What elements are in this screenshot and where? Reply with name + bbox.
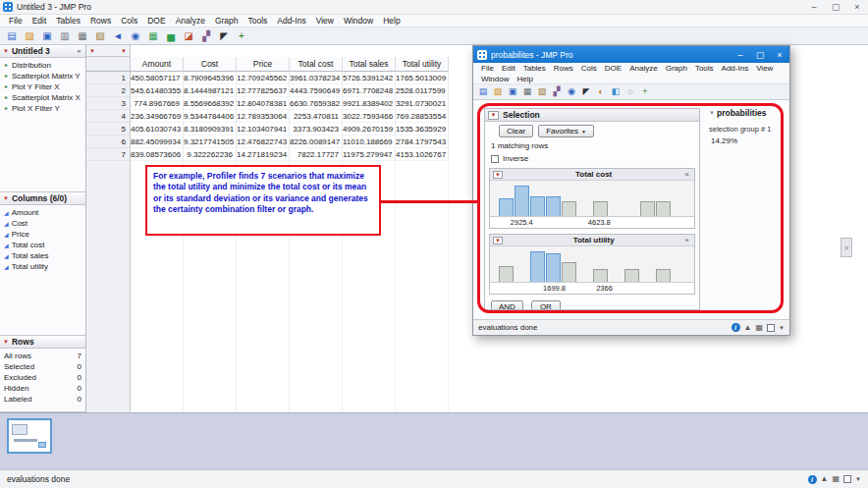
row-number-header[interactable] (86, 57, 131, 72)
cell-price[interactable]: 12.777825637 (237, 84, 290, 97)
cell-cost[interactable]: 8.7909645396 (184, 72, 237, 84)
histogram-bin[interactable] (608, 184, 624, 216)
add-icon[interactable]: + (639, 86, 651, 98)
minimize-icon[interactable]: – (803, 0, 825, 14)
profiler-icon[interactable]: ◪ (182, 29, 195, 43)
probabilities-window[interactable]: probabilites - JMP Pro – ▢ × FileEditTab… (472, 45, 790, 336)
menu-item[interactable]: View (311, 16, 339, 26)
cell-amount[interactable]: 774.8967669 (131, 97, 184, 110)
inverse-checkbox[interactable] (491, 155, 499, 163)
column-item[interactable]: ◢ Total sales (0, 250, 85, 261)
menu-item[interactable]: Help (513, 75, 536, 83)
row-stat[interactable]: Hidden 0 (0, 383, 85, 394)
row-number[interactable]: 4 (86, 110, 131, 123)
new-table-icon[interactable]: ▤ (5, 29, 19, 43)
menu-item[interactable]: Cols (577, 64, 601, 73)
cell-total-sales[interactable]: 11975.279947 (343, 148, 396, 161)
cell-cost[interactable]: 9.3217741505 (184, 136, 237, 148)
red-triangle-icon[interactable]: ▼ (3, 48, 9, 54)
caret-down-icon[interactable]: ▼ (855, 476, 861, 482)
caret-down-icon[interactable]: ▼ (779, 325, 785, 331)
cell-price[interactable]: 12.476822743 (237, 136, 290, 148)
cell-cost[interactable]: 9.5344784406 (184, 110, 237, 123)
close-icon[interactable]: × (770, 46, 789, 63)
menu-item[interactable]: Rows (550, 64, 577, 73)
menu-item[interactable]: Edit (27, 16, 52, 26)
new-table-icon[interactable]: ▤ (477, 86, 489, 98)
hand-tool-icon[interactable]: ◐ (595, 86, 607, 98)
menu-item[interactable]: View (752, 64, 777, 73)
row-number[interactable]: 3 (86, 97, 131, 110)
disclosure-icon[interactable]: ▼ (709, 110, 715, 116)
copy-icon[interactable]: ▦ (521, 86, 533, 98)
info-icon[interactable]: i (808, 475, 817, 484)
column-header[interactable]: Total sales (343, 57, 396, 72)
histogram-bin[interactable] (639, 249, 655, 282)
row-number[interactable]: 6 (86, 136, 131, 148)
cell-total-cost[interactable]: 4443.7590649 (290, 84, 343, 97)
cell-total-sales[interactable]: 4909.2670159 (343, 123, 396, 136)
histogram-bin[interactable] (671, 249, 686, 282)
cell-cost[interactable]: 9.322262236 (184, 148, 237, 161)
cell-total-sales[interactable]: 6971.7708248 (343, 84, 396, 97)
column-item[interactable]: ◢ Total utility (0, 261, 85, 272)
lasso-tool-icon[interactable]: ◌ (624, 86, 636, 98)
child-titlebar[interactable]: probabilites - JMP Pro – ▢ × (473, 46, 789, 63)
menu-item[interactable]: Window (477, 75, 513, 83)
cell-total-utility[interactable]: 2784.1797543 (396, 136, 449, 148)
cell-amount[interactable]: 405.61030743 (131, 123, 184, 136)
row-number[interactable]: 5 (86, 123, 131, 136)
brush-tool-icon[interactable]: ◧ (610, 86, 622, 98)
cell-cost[interactable]: 8.1444987121 (184, 84, 237, 97)
script-icon[interactable]: ▞ (199, 29, 213, 43)
cell-total-sales[interactable]: 11010.188669 (343, 136, 396, 148)
arrow-tool-icon[interactable]: ◤ (217, 29, 231, 43)
menu-item[interactable]: DOE (601, 64, 625, 73)
row-stat[interactable]: Labeled 0 (0, 394, 85, 405)
histogram-bin[interactable] (561, 184, 576, 216)
row-number[interactable]: 1 (86, 72, 131, 84)
save-icon[interactable]: ▣ (40, 29, 54, 43)
cell-total-cost[interactable]: 7822.17727 (290, 148, 343, 161)
histogram-bin[interactable] (498, 184, 514, 216)
cell-total-cost[interactable]: 3961.0378234 (290, 72, 343, 84)
menu-item[interactable]: Graph (662, 64, 691, 73)
grid-icon[interactable]: ▦ (755, 324, 763, 332)
inverse-option[interactable]: Inverse (485, 150, 699, 163)
histogram-bin[interactable] (624, 184, 639, 216)
histogram-bin[interactable] (592, 249, 608, 282)
histogram-bin[interactable] (608, 249, 624, 282)
cell-cost[interactable]: 8.5569668392 (184, 97, 237, 110)
histogram-bin[interactable] (655, 249, 671, 282)
red-triangle-icon[interactable]: ▼ (3, 195, 9, 201)
arrow-tool-icon[interactable]: ◤ (580, 86, 592, 98)
up-arrow-icon[interactable]: ▲ (744, 324, 752, 332)
minimize-icon[interactable]: – (731, 46, 750, 63)
cell-price[interactable]: 12.103407941 (237, 123, 290, 136)
close-filter-icon[interactable]: × (684, 170, 691, 179)
rows-panel-header[interactable]: ▼ Rows (0, 336, 85, 349)
panel-collapse-icon[interactable]: ► (77, 48, 82, 54)
menu-item[interactable]: Analyze (171, 16, 210, 26)
cell-total-utility[interactable]: 2528.0117599 (396, 84, 449, 97)
probabilities-header[interactable]: ▼ probabilities (709, 108, 782, 118)
column-header[interactable]: Total cost (290, 57, 343, 72)
histogram-total-cost[interactable] (490, 181, 694, 217)
red-triangle-icon[interactable]: ▼ (3, 339, 9, 345)
histogram-bin[interactable] (529, 249, 545, 282)
close-filter-icon[interactable]: × (684, 236, 691, 244)
print-icon[interactable]: ▥ (58, 29, 72, 43)
script-icon[interactable]: ▞ (551, 86, 563, 98)
row-number[interactable]: 7 (86, 148, 131, 161)
menu-item[interactable]: File (477, 64, 498, 73)
add-icon[interactable]: + (235, 29, 248, 43)
menu-item[interactable]: Analyze (625, 64, 661, 73)
menu-item[interactable]: Cols (116, 16, 142, 26)
row-stat[interactable]: All rows 7 (0, 351, 85, 361)
clear-button[interactable]: Clear (499, 125, 533, 137)
cell-price[interactable]: 12.709245562 (237, 72, 290, 84)
column-item[interactable]: ◢ Cost (0, 218, 85, 229)
menu-item[interactable]: Window (339, 16, 378, 26)
menu-item[interactable]: Tables (51, 16, 85, 26)
histogram-bin[interactable] (529, 184, 545, 216)
